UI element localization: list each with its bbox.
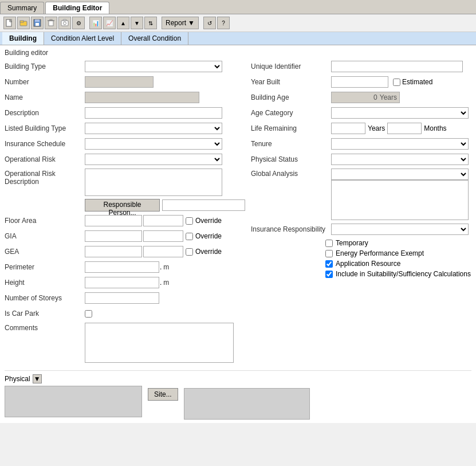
life-remaining-months-input[interactable] [387,123,422,134]
global-analysis-label: Global Analysis [251,169,331,178]
toolbar-open-btn[interactable] [17,17,30,29]
name-input[interactable] [85,92,199,103]
global-analysis-textarea[interactable] [331,180,469,220]
height-row: Height . m [5,276,245,289]
responsible-person-row: Responsible Person... [5,199,245,212]
years-months-group: Years Months [331,123,447,134]
listed-building-type-select[interactable] [85,123,222,134]
toolbar-delete-btn[interactable] [45,17,57,29]
toolbar-camera-btn[interactable] [58,17,71,29]
global-analysis-row: Global Analysis [251,169,471,220]
tab-bar: Summary Building Editor [0,0,476,14]
responsible-person-btn[interactable]: Responsible Person... [85,199,160,212]
gea-input[interactable] [85,246,142,257]
sub-tab-building[interactable]: Building [2,32,44,45]
age-category-select[interactable] [331,107,469,119]
floor-area-input[interactable] [85,215,142,226]
estimated-check[interactable] [393,79,400,86]
gea-input2[interactable] [143,246,183,257]
year-built-label: Year Built [251,78,331,86]
application-resource-check[interactable] [325,260,333,268]
application-resource-label: Application Resource [336,260,400,268]
unique-identifier-input[interactable] [331,61,463,72]
operational-risk-row: Operational Risk [5,153,245,166]
toolbar-refresh-btn[interactable]: ↺ [203,17,216,29]
building-age-row: Building Age 0 Years [251,91,471,104]
toolbar-new-btn[interactable] [3,17,16,29]
floor-area-override-check[interactable] [186,217,193,225]
svg-rect-3 [20,21,23,22]
floor-area-label: Floor Area [5,217,85,225]
gia-input[interactable] [85,230,142,242]
height-input[interactable] [85,277,159,288]
gia-row: GIA Override [5,230,245,242]
global-analysis-select[interactable] [331,169,469,180]
report-dropdown-icon: ▼ [188,19,195,27]
insurance-schedule-select[interactable] [85,138,222,150]
temporary-check[interactable] [325,240,333,247]
is-car-park-check[interactable] [85,310,92,318]
toolbar-chart1-btn[interactable]: 📊 [89,17,102,29]
responsible-person-input[interactable] [162,199,245,211]
number-of-storeys-row: Number of Storeys [5,292,245,304]
operational-risk-desc-textarea[interactable] [85,169,222,196]
building-age-display: 0 Years [331,92,400,103]
tenure-select[interactable] [331,138,469,150]
site-btn[interactable]: Site... [148,388,178,401]
description-row: Description [5,107,245,119]
bottom-section: Physical ▼ Site... [5,370,471,420]
energy-performance-label: Energy Performance Exempt [336,249,424,257]
building-age-label: Building Age [251,93,331,101]
section-title: Building editor [5,49,471,57]
toolbar-sort-btn[interactable]: ⇅ [144,17,157,29]
sub-tab-condition-alert[interactable]: Condition Alert Level [44,32,121,45]
perimeter-unit: m [163,263,169,271]
comments-textarea[interactable] [85,323,234,363]
unique-identifier-row: Unique Identifier [251,60,471,73]
include-in-suitability-check[interactable] [325,271,333,278]
building-age-value: 0 [373,93,377,101]
sub-tab-overall-condition[interactable]: Overall Condition [121,32,188,45]
physical-status-select[interactable] [331,154,469,165]
toolbar-report-btn[interactable]: Report ▼ [162,17,199,29]
life-remaining-years-input[interactable] [331,123,365,134]
toolbar-chart2-btn[interactable]: 📈 [103,17,116,29]
floor-area-input2[interactable] [143,215,183,226]
tab-summary[interactable]: Summary [0,2,44,14]
toolbar-arrow-up-btn[interactable]: ▲ [117,17,129,29]
insurance-schedule-label: Insurance Schedule [5,140,85,148]
gea-override-check[interactable] [186,248,193,256]
year-built-input[interactable] [331,76,388,88]
number-of-storeys-input[interactable] [85,292,159,304]
physical-panel: Physical ▼ [5,374,142,417]
building-type-label: Building Type [5,62,85,71]
tab-building-editor[interactable]: Building Editor [45,2,109,14]
gia-override-check[interactable] [186,233,193,240]
gia-input2[interactable] [143,230,183,242]
operational-risk-select[interactable] [85,154,222,165]
comments-row: Comments [5,323,245,363]
site-section: Site... [148,388,178,401]
gea-override-label: Override [195,248,222,256]
is-car-park-row: Is Car Park [5,307,245,320]
listed-building-type-row: Listed Building Type [5,122,245,135]
listed-building-type-label: Listed Building Type [5,124,85,132]
global-analysis-container [331,169,469,220]
include-in-suitability-label: Include in Suitability/Sufficiency Calcu… [336,270,471,278]
toolbar-arrow-down-btn[interactable]: ▼ [131,17,143,29]
toolbar-settings-btn[interactable]: ⚙ [72,17,85,29]
toolbar-save-btn[interactable] [31,17,44,29]
physical-dropdown-btn[interactable]: ▼ [33,374,42,383]
is-car-park-label: Is Car Park [5,310,85,318]
energy-performance-check[interactable] [325,250,333,257]
svg-rect-12 [63,19,66,21]
number-input[interactable] [85,76,154,88]
description-input[interactable] [85,107,222,119]
age-category-row: Age Category [251,107,471,119]
physical-label: Physical [5,375,30,383]
perimeter-input[interactable] [85,261,159,273]
form-area: Building Type Number Name Description [5,60,471,366]
building-type-select[interactable] [85,61,222,72]
toolbar-help-btn[interactable]: ? [217,17,230,29]
insurance-responsibility-select[interactable] [331,224,469,235]
